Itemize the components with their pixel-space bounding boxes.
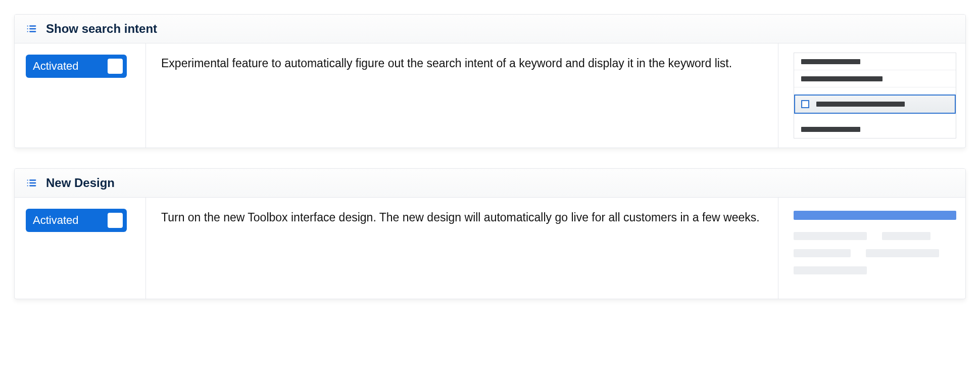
- card-title: Show search intent: [46, 22, 157, 36]
- toggle-cell: Activated: [15, 198, 146, 299]
- svg-point-5: [27, 31, 28, 32]
- card-title: New Design: [46, 176, 115, 190]
- toggle-knob: [108, 59, 123, 74]
- preview-list-skeleton: [794, 53, 956, 138]
- svg-point-10: [27, 182, 28, 183]
- preview: [778, 43, 965, 148]
- toggle-new-design[interactable]: Activated: [26, 209, 127, 232]
- preview: [778, 198, 965, 299]
- card-header: New Design: [15, 169, 965, 198]
- toggle-label: Activated: [33, 214, 79, 227]
- card-header: Show search intent: [15, 15, 965, 43]
- list-icon: [26, 177, 37, 189]
- svg-point-3: [27, 25, 28, 26]
- preview-content-skeleton: [794, 207, 956, 284]
- description: Turn on the new Toolbox interface design…: [146, 198, 778, 299]
- toggle-cell: Activated: [15, 43, 146, 148]
- card-body: Activated Turn on the new Toolbox interf…: [15, 198, 965, 299]
- svg-point-4: [27, 28, 28, 29]
- svg-point-11: [27, 185, 28, 186]
- card-body: Activated Experimental feature to automa…: [15, 43, 965, 148]
- toggle-search-intent[interactable]: Activated: [26, 55, 127, 78]
- list-icon: [26, 23, 37, 34]
- feature-card-new-design: New Design Activated Turn on the new Too…: [14, 168, 966, 299]
- description: Experimental feature to automatically fi…: [146, 43, 778, 148]
- svg-point-9: [27, 179, 28, 180]
- toggle-label: Activated: [33, 60, 79, 73]
- toggle-knob: [108, 213, 123, 228]
- feature-card-search-intent: Show search intent Activated Experimenta…: [14, 14, 966, 148]
